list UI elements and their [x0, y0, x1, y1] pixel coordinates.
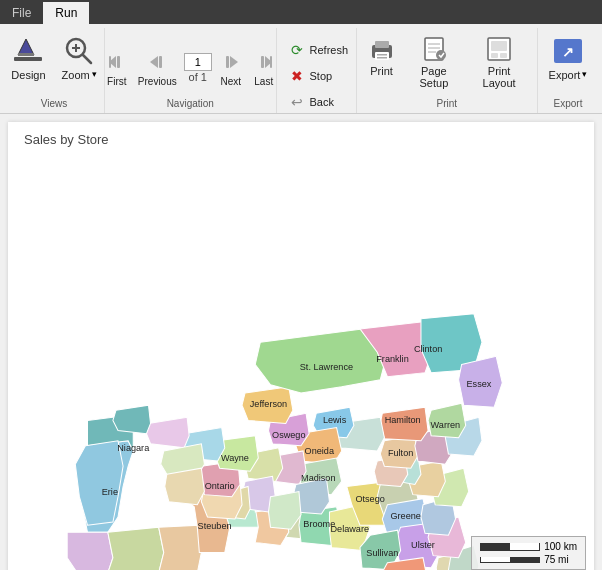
refresh-button[interactable]: ⟳ Refresh	[283, 38, 354, 62]
svg-marker-35	[67, 532, 113, 570]
otsego-label: Otsego	[355, 494, 384, 504]
scale-km-ruler	[480, 543, 540, 551]
ribbon: Design Zoom ▾ Views	[0, 24, 602, 114]
clinton-label: Clinton	[414, 344, 442, 354]
svg-point-26	[436, 50, 446, 60]
page-input-area: of 1	[184, 53, 212, 83]
svg-rect-0	[14, 57, 42, 61]
next-icon	[219, 50, 243, 74]
next-label: Next	[220, 76, 241, 87]
svg-rect-9	[109, 56, 111, 68]
madison-label: Madison	[301, 473, 336, 483]
next-button[interactable]: Next	[215, 45, 247, 92]
report-title: Sales by Store	[8, 122, 594, 151]
svg-marker-1	[18, 39, 34, 55]
stop-label: Stop	[310, 70, 333, 82]
back-button[interactable]: ↩ Back	[283, 90, 354, 114]
tab-file[interactable]: File	[0, 2, 43, 24]
page-number-input[interactable]	[184, 53, 212, 71]
svg-rect-11	[159, 56, 162, 68]
zoom-dropdown-arrow: ▾	[92, 69, 97, 79]
delaware-label: Delaware	[331, 524, 370, 534]
svg-marker-83	[113, 405, 151, 433]
svg-marker-10	[150, 56, 158, 68]
print-layout-button[interactable]: Print Layout	[467, 30, 531, 94]
erie-label: Erie	[102, 487, 118, 497]
svg-text:↗: ↗	[562, 44, 574, 60]
first-icon	[105, 50, 129, 74]
previous-icon	[145, 50, 169, 74]
stop-button[interactable]: ✖ Stop	[283, 64, 354, 88]
views-group-label: Views	[41, 96, 68, 111]
refresh-icon: ⟳	[288, 41, 306, 59]
ribbon-group-navigation: First Previous of 1	[105, 28, 276, 113]
stlawrence-label: St. Lawrence	[300, 362, 353, 372]
print-icon	[368, 35, 396, 63]
last-icon	[252, 50, 276, 74]
export-button[interactable]: ↗ Export ▾	[542, 30, 595, 86]
map-area: Clinton Franklin St. Lawrence Essex Jeff…	[8, 151, 594, 570]
svg-rect-2	[18, 53, 34, 56]
print-button[interactable]: Print	[363, 30, 401, 82]
export-dropdown-arrow: ▾	[582, 69, 587, 79]
first-button[interactable]: First	[101, 45, 133, 92]
previous-label: Previous	[138, 76, 177, 87]
ribbon-group-export: ↗ Export ▾ Export	[538, 28, 598, 113]
svg-marker-12	[230, 56, 238, 68]
nav-items: First Previous of 1	[101, 40, 280, 96]
jefferson-label: Jefferson	[250, 399, 287, 409]
zoom-label: Zoom	[62, 69, 90, 81]
sullivan-label: Sullivan	[366, 548, 398, 558]
tab-run[interactable]: Run	[43, 2, 89, 24]
svg-marker-37	[159, 525, 202, 570]
page-setup-label: Page Setup	[410, 65, 459, 89]
svg-marker-36	[108, 527, 164, 570]
navigation-group-label: Navigation	[167, 96, 214, 111]
steuben-label: Steuben	[198, 521, 232, 531]
hamilton-label: Hamilton	[385, 415, 421, 425]
scale-km-label: 100 km	[544, 541, 577, 552]
ulster-label: Ulster	[411, 540, 435, 550]
ribbon-group-run: ⟳ Refresh ✖ Stop ↩ Back	[277, 28, 357, 113]
page-setup-icon	[420, 35, 448, 63]
svg-rect-19	[375, 52, 389, 60]
greene-label: Greene	[390, 511, 420, 521]
print-label: Print	[370, 65, 393, 77]
fulton-label: Fulton	[388, 448, 413, 458]
back-label: Back	[310, 96, 334, 108]
warren-label: Warren	[431, 420, 461, 430]
page-of-label: of 1	[189, 71, 207, 83]
design-button[interactable]: Design	[4, 30, 52, 86]
svg-rect-30	[500, 53, 507, 58]
oneida-label: Oneida	[305, 446, 335, 456]
ontario-label: Ontario	[205, 481, 235, 491]
svg-marker-80	[146, 417, 189, 448]
stop-icon: ✖	[288, 67, 306, 85]
last-label: Last	[254, 76, 273, 87]
print-layout-icon	[485, 35, 513, 63]
svg-rect-8	[117, 56, 120, 68]
scale-mi-ruler	[480, 557, 540, 563]
zoom-button[interactable]: Zoom ▾	[55, 30, 104, 86]
print-group-label: Print	[436, 96, 457, 111]
previous-button[interactable]: Previous	[134, 45, 181, 92]
ribbon-group-views: Design Zoom ▾ Views	[4, 28, 105, 113]
views-buttons: Design Zoom ▾	[4, 30, 103, 96]
svg-line-4	[83, 55, 91, 63]
svg-rect-18	[375, 41, 389, 48]
run-stack: ⟳ Refresh ✖ Stop ↩ Back	[283, 38, 354, 114]
svg-rect-28	[491, 41, 507, 51]
page-setup-button[interactable]: Page Setup	[403, 30, 466, 94]
niagara-label: Niagara	[117, 443, 150, 453]
svg-rect-29	[491, 53, 498, 58]
svg-rect-21	[377, 57, 387, 59]
export-label: Export	[549, 69, 581, 81]
oswego-label: Oswego	[272, 430, 305, 440]
lewis-label: Lewis	[323, 415, 347, 425]
svg-rect-16	[270, 56, 272, 68]
last-button[interactable]: Last	[248, 45, 280, 92]
map-svg: Clinton Franklin St. Lawrence Essex Jeff…	[8, 151, 594, 570]
export-group-label: Export	[554, 96, 583, 111]
zoom-icon	[63, 35, 95, 67]
franklin-label: Franklin	[376, 354, 408, 364]
